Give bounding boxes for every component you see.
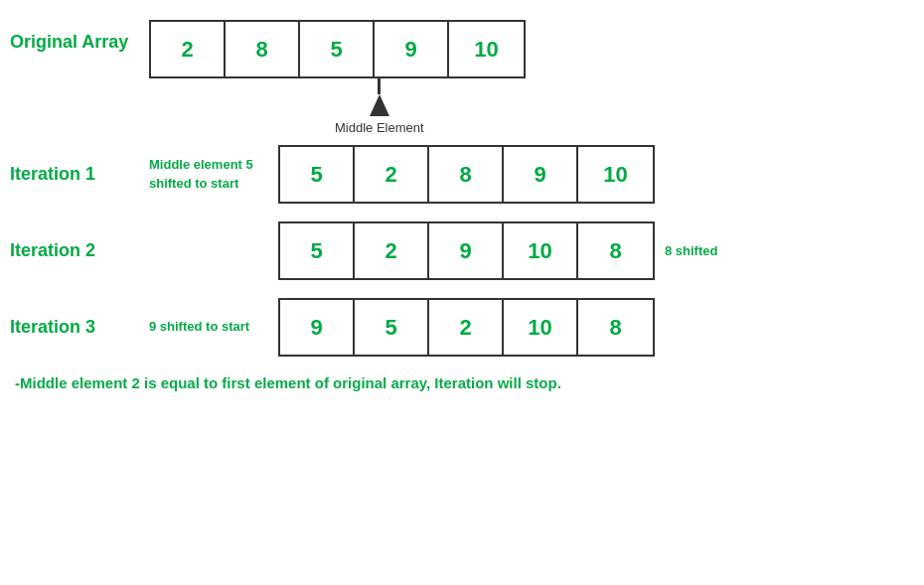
iter2-cell-3: 10 bbox=[504, 223, 578, 278]
iteration-1-row: Iteration 1 Middle element 5 shifted to … bbox=[10, 145, 914, 204]
iteration-1-label: Iteration 1 bbox=[10, 164, 149, 185]
iter2-cell-4: 8 bbox=[578, 223, 653, 278]
original-array-wrap: 2 8 5 9 10 Middle Element bbox=[149, 20, 526, 135]
iter2-cell-1: 2 bbox=[355, 223, 429, 278]
iter2-cell-0: 5 bbox=[280, 223, 355, 278]
iteration-3-array: 9 5 2 10 8 bbox=[278, 298, 655, 357]
iter3-cell-3: 10 bbox=[504, 300, 578, 355]
iteration-2-right-note: 8 shifted bbox=[665, 243, 717, 258]
arrow-stem bbox=[378, 78, 381, 94]
cell-1: 8 bbox=[226, 22, 300, 76]
cell-0: 2 bbox=[151, 22, 226, 76]
page: Original Array 2 8 5 9 10 Middle Element bbox=[0, 0, 924, 585]
iter3-cell-4: 8 bbox=[578, 300, 653, 355]
iter1-cell-1: 2 bbox=[355, 147, 429, 202]
iteration-1-note: Middle element 5 shifted to start bbox=[149, 156, 278, 192]
original-array-row: Original Array 2 8 5 9 10 Middle Element bbox=[10, 20, 914, 135]
iteration-2-row: Iteration 2 5 2 9 10 8 8 shifted bbox=[10, 221, 914, 280]
iteration-1-array: 5 2 8 9 10 bbox=[278, 145, 655, 204]
cell-4: 10 bbox=[449, 22, 524, 76]
iter1-cell-4: 10 bbox=[578, 147, 653, 202]
iter3-cell-1: 5 bbox=[355, 300, 429, 355]
iter3-cell-0: 9 bbox=[280, 300, 355, 355]
iter1-cell-3: 9 bbox=[504, 147, 578, 202]
iter2-cell-2: 9 bbox=[429, 223, 504, 278]
iteration-2-array: 5 2 9 10 8 bbox=[278, 221, 655, 280]
footer-text: -Middle element 2 is equal to first elem… bbox=[10, 374, 914, 391]
cell-2: 5 bbox=[300, 22, 375, 76]
middle-element-label: Middle Element bbox=[335, 120, 424, 135]
original-array-label: Original Array bbox=[10, 20, 149, 53]
iter1-cell-2: 8 bbox=[429, 147, 504, 202]
arrow-up-icon bbox=[370, 94, 389, 116]
iteration-3-row: Iteration 3 9 shifted to start 9 5 2 10 … bbox=[10, 298, 914, 357]
iteration-3-note: 9 shifted to start bbox=[149, 318, 278, 336]
original-array-container: 2 8 5 9 10 bbox=[149, 20, 526, 78]
iter1-cell-0: 5 bbox=[280, 147, 355, 202]
iteration-2-label: Iteration 2 bbox=[10, 240, 149, 261]
iter3-cell-2: 2 bbox=[429, 300, 504, 355]
iteration-3-label: Iteration 3 bbox=[10, 317, 149, 338]
middle-element-annotation: Middle Element bbox=[335, 78, 424, 135]
cell-3: 9 bbox=[375, 22, 449, 76]
